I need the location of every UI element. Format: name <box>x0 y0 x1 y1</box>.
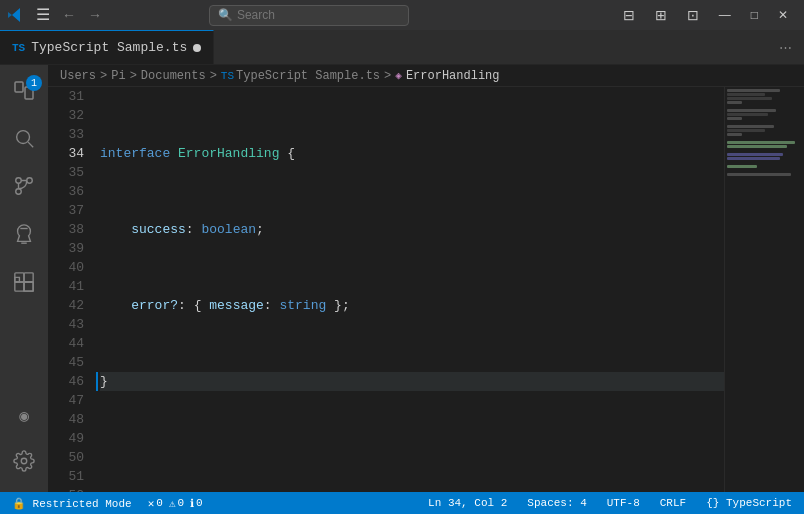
search-input[interactable] <box>237 8 384 22</box>
minimap-line <box>727 113 768 116</box>
prop-success: success <box>131 220 186 239</box>
svg-point-2 <box>17 130 30 143</box>
line-num-50: 50 <box>48 448 84 467</box>
menu-icon[interactable]: ☰ <box>36 5 50 25</box>
breadcrumb-symbol-icon: ◈ <box>395 69 402 82</box>
prop-message: message <box>209 296 264 315</box>
source-control-icon <box>13 175 35 204</box>
error-icon: ✕ <box>148 497 155 510</box>
status-bar-right: Ln 34, Col 2 Spaces: 4 UTF-8 CRLF {} Typ… <box>424 497 796 509</box>
breadcrumb-file: TypeScript Sample.ts <box>236 69 380 83</box>
minimap-line <box>727 117 742 120</box>
breadcrumb-sep-1: > <box>100 69 107 83</box>
minimap-line <box>727 93 765 96</box>
breadcrumb-documents: Documents <box>141 69 206 83</box>
tab-typescript-sample[interactable]: TS TypeScript Sample.ts <box>0 30 214 64</box>
layout-toggle-button[interactable]: ⊟ <box>615 3 643 27</box>
activity-item-source-control[interactable] <box>0 165 48 213</box>
restricted-mode-label: Restricted Mode <box>33 498 132 510</box>
breadcrumb-sep-2: > <box>130 69 137 83</box>
activity-item-run-debug[interactable] <box>0 213 48 261</box>
language-brace-icon: {} <box>706 497 719 509</box>
restricted-mode-button[interactable]: 🔒 Restricted Mode <box>8 497 136 510</box>
close-button[interactable]: ✕ <box>770 4 796 26</box>
errors-button[interactable]: ✕ 0 ⚠ 0 ℹ 0 <box>144 497 207 510</box>
remote-icon: ◉ <box>19 406 29 426</box>
typescript-icon: TS <box>12 42 25 54</box>
activity-item-search[interactable] <box>0 117 48 165</box>
language-indicator[interactable]: {} TypeScript <box>702 497 796 509</box>
svg-rect-0 <box>15 82 23 92</box>
line-num-40: 40 <box>48 258 84 277</box>
status-bar: 🔒 Restricted Mode ✕ 0 ⚠ 0 ℹ 0 Ln 34, Col… <box>0 492 804 514</box>
line-num-33: 33 <box>48 125 84 144</box>
cursor-position[interactable]: Ln 34, Col 2 <box>424 497 511 509</box>
language-label: TypeScript <box>726 497 792 509</box>
breadcrumb-users: Users <box>60 69 96 83</box>
run-debug-icon <box>13 223 35 252</box>
line-num-31: 31 <box>48 87 84 106</box>
code-line-35 <box>100 448 724 467</box>
tab-more-actions-button[interactable]: ⋯ <box>775 38 796 57</box>
activity-item-remote[interactable]: ◉ <box>0 392 48 440</box>
title-bar-nav: ← → <box>58 5 106 25</box>
search-box[interactable]: 🔍 <box>209 5 409 26</box>
minimap[interactable] <box>724 87 804 492</box>
search-activity-icon <box>13 127 35 156</box>
line-num-47: 47 <box>48 391 84 410</box>
line-num-35: 35 <box>48 163 84 182</box>
code-lines[interactable]: interface ErrorHandling { success: boole… <box>96 87 724 492</box>
minimap-line <box>727 97 772 100</box>
minimap-line <box>727 133 742 136</box>
activity-item-extensions[interactable] <box>0 261 48 309</box>
breadcrumb-sep-4: > <box>384 69 391 83</box>
maximize-button[interactable]: □ <box>743 4 766 26</box>
nav-forward-button[interactable]: → <box>84 5 106 25</box>
line-num-48: 48 <box>48 410 84 429</box>
error-count: 0 <box>156 497 163 509</box>
line-num-51: 51 <box>48 467 84 486</box>
encoding-indicator[interactable]: UTF-8 <box>603 497 644 509</box>
tab-label: TypeScript Sample.ts <box>31 40 187 55</box>
activity-bar-bottom: ◉ <box>0 392 48 488</box>
activity-bar: 1 <box>0 65 48 492</box>
minimize-button[interactable]: — <box>711 4 739 26</box>
kw-interface-31: interface <box>100 144 178 163</box>
activity-item-settings[interactable] <box>0 440 48 488</box>
tab-bar: TS TypeScript Sample.ts ⋯ <box>0 30 804 65</box>
minimap-line <box>727 153 783 156</box>
indent-33 <box>100 296 131 315</box>
code-editor[interactable]: 31 32 33 34 35 36 37 38 39 40 41 42 43 4… <box>48 87 724 492</box>
warning-count: 0 <box>178 497 185 509</box>
svg-point-4 <box>16 177 22 183</box>
lock-icon: 🔒 <box>12 498 33 510</box>
line-num-44: 44 <box>48 334 84 353</box>
code-line-31: interface ErrorHandling { <box>100 144 724 163</box>
nav-back-button[interactable]: ← <box>58 5 80 25</box>
extensions-icon <box>13 271 35 300</box>
minimap-line <box>727 173 791 176</box>
line-num-45: 45 <box>48 353 84 372</box>
line-num-36: 36 <box>48 182 84 201</box>
line-numbers: 31 32 33 34 35 36 37 38 39 40 41 42 43 4… <box>48 87 96 492</box>
minimap-line <box>727 157 780 160</box>
svg-rect-10 <box>24 272 33 281</box>
activity-item-explorer[interactable]: 1 <box>0 69 48 117</box>
layout-split-button[interactable]: ⊞ <box>647 3 675 27</box>
minimap-line <box>727 129 765 132</box>
warning-icon: ⚠ <box>169 497 176 510</box>
line-num-49: 49 <box>48 429 84 448</box>
minimap-line <box>727 109 776 112</box>
prop-error: error? <box>131 296 178 315</box>
line-ending-indicator[interactable]: CRLF <box>656 497 690 509</box>
explorer-badge: 1 <box>26 75 42 91</box>
spaces-indicator[interactable]: Spaces: 4 <box>523 497 590 509</box>
line-num-38: 38 <box>48 220 84 239</box>
layout-grid-button[interactable]: ⊡ <box>679 3 707 27</box>
title-bar: ☰ ← → 🔍 ⊟ ⊞ ⊡ — □ ✕ <box>0 0 804 30</box>
line-num-39: 39 <box>48 239 84 258</box>
line-num-41: 41 <box>48 277 84 296</box>
minimap-line <box>727 125 774 128</box>
status-bar-left: 🔒 Restricted Mode ✕ 0 ⚠ 0 ℹ 0 <box>8 497 207 510</box>
code-line-32: success: boolean; <box>100 220 724 239</box>
